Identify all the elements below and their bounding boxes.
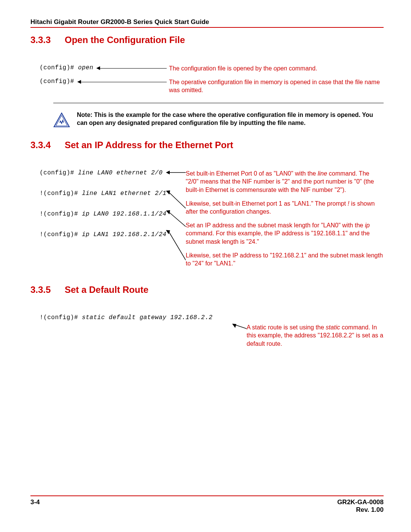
s334-expl4: Likewise, set the IP address to "192.168…	[186, 251, 384, 268]
section-title: Open the Configuration File	[65, 35, 185, 45]
section-heading-335: 3.3.5 Set a Default Route	[30, 284, 384, 295]
s334-expl2: Likewise, set built-in Ethernet port 1 a…	[186, 200, 384, 216]
footer-docid: GR2K-GA-0008 Rev. 1.00	[337, 498, 384, 514]
s334-expl3: Set an IP address and the subnet mask le…	[186, 221, 384, 246]
section-num: 3.3.4	[30, 140, 65, 150]
s333-cmd2: (config)#	[40, 78, 76, 85]
s334-row: (config)# line LAN0 ethernet 2/0 !(confi…	[40, 169, 384, 273]
s335-cmd1: !(config)# static default gateway 192.16…	[40, 314, 384, 321]
svg-marker-9	[166, 230, 170, 234]
s334-cmd4: !(config)# ip LAN1 192.168.2.1/24	[40, 231, 165, 238]
section-333-body: (config)# open The configuration file is…	[40, 58, 384, 94]
section-num: 3.3.3	[30, 35, 65, 45]
note-block: Note: This is the example for the case w…	[53, 111, 380, 129]
section-title: Set a Default Route	[65, 284, 148, 295]
s334-explanations: Set built-in Ethernet Port 0 of as "LAN0…	[186, 169, 384, 273]
note-text: Note: This is the example for the case w…	[77, 111, 380, 127]
svg-marker-7	[166, 210, 170, 214]
arrow-icon	[231, 323, 247, 332]
page-footer: 3-4 GR2K-GA-0008 Rev. 1.00	[30, 495, 384, 514]
svg-marker-3	[166, 171, 170, 174]
s333-row-1: (config)# open The configuration file is…	[40, 64, 384, 73]
svg-line-6	[169, 212, 186, 227]
s334-arrows	[165, 169, 186, 268]
s333-cmd1: (config)# open	[40, 64, 96, 71]
svg-marker-11	[232, 324, 236, 328]
s334-cmd3: !(config)# ip LAN0 192.168.1.1/24	[40, 211, 165, 217]
footer-page-number: 3-4	[30, 498, 40, 514]
s333-expl2: The operative configuration file in memo…	[169, 78, 384, 94]
section-heading-334: 3.3.4 Set an IP Address for the Ethernet…	[30, 140, 384, 150]
section-heading-333: 3.3.3 Open the Configuration File	[30, 35, 384, 45]
svg-line-10	[235, 325, 247, 329]
s333-expl1: The configuration file is opened by the …	[169, 64, 384, 73]
section-num: 3.3.5	[30, 284, 65, 295]
s334-cmd2: !(config)# line LAN1 ethernet 2/1	[40, 190, 165, 197]
arrow-icon	[77, 80, 167, 83]
section-334-body: (config)# line LAN0 ethernet 2/0 !(confi…	[40, 163, 384, 273]
doc-header-title: Hitachi Gigabit Router GR2000-B Series Q…	[30, 18, 384, 28]
arrow-icon	[96, 67, 167, 70]
arrow-icon	[165, 169, 186, 272]
s335-expl-row: A static route is set using the static c…	[40, 323, 384, 348]
horizontal-rule	[53, 103, 384, 103]
s334-cmd1: (config)# line LAN0 ethernet 2/0	[40, 169, 165, 176]
s335-arrow	[231, 323, 247, 331]
section-335-body: !(config)# static default gateway 192.16…	[40, 307, 384, 348]
page: Hitachi Gigabit Router GR2000-B Series Q…	[0, 0, 411, 532]
svg-marker-5	[166, 190, 170, 195]
svg-line-8	[169, 232, 186, 260]
svg-line-4	[169, 192, 186, 208]
section-title: Set an IP Address for the Ethernet Port	[65, 140, 233, 150]
s334-expl1: Set built-in Ethernet Port 0 of as "LAN0…	[186, 169, 384, 194]
s334-commands: (config)# line LAN0 ethernet 2/0 !(confi…	[40, 169, 165, 252]
s333-row-2: (config)# The operative configuration fi…	[40, 78, 384, 94]
caution-icon	[53, 112, 70, 129]
s335-expl: A static route is set using the static c…	[247, 323, 384, 348]
s335-cmd-row: !(config)# static default gateway 192.16…	[40, 314, 384, 321]
